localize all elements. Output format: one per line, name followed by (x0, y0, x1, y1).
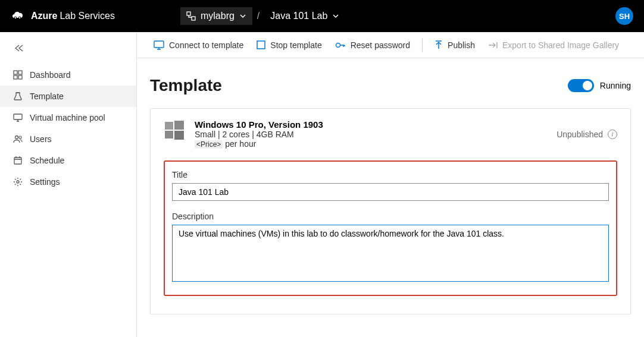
sidebar-item-dashboard[interactable]: Dashboard (0, 64, 136, 86)
toolbar-separator (422, 39, 423, 52)
svg-rect-7 (18, 71, 22, 74)
sidebar-item-label: Dashboard (30, 70, 71, 80)
running-toggle[interactable] (568, 79, 594, 92)
schedule-icon (13, 156, 23, 165)
svg-rect-4 (187, 12, 190, 15)
stop-button[interactable]: Stop template (251, 36, 327, 55)
svg-rect-10 (14, 114, 22, 119)
connect-icon (154, 40, 164, 50)
sidebar-item-label: Virtual machine pool (30, 113, 105, 122)
brand-bold: Azure (31, 11, 57, 21)
connect-label: Connect to template (169, 40, 243, 50)
template-card: Windows 10 Pro, Version 1903 Small | 2 c… (150, 108, 631, 314)
publish-button[interactable]: Publish (429, 36, 481, 55)
windows-icon (164, 119, 185, 141)
connect-button[interactable]: Connect to template (148, 36, 249, 55)
svg-point-2 (15, 17, 16, 18)
reset-password-button[interactable]: Reset password (329, 36, 416, 55)
breadcrumb-rg-label: mylabrg (201, 11, 235, 21)
top-bar: Azure Lab Services mylabrg / Java 101 La… (0, 0, 644, 32)
edit-highlight-region: Title Description (164, 160, 617, 296)
azure-lab-icon (11, 11, 25, 21)
svg-point-14 (17, 181, 19, 183)
chevron-down-icon (332, 12, 339, 20)
svg-rect-5 (192, 17, 195, 20)
publish-icon (434, 40, 443, 50)
vm-icon (13, 113, 23, 122)
publish-status: Unpublished i (557, 119, 617, 149)
chevron-down-icon (239, 12, 246, 20)
page-title: Template (150, 76, 222, 95)
svg-point-17 (336, 43, 340, 47)
toolbar: Connect to template Stop template Reset … (137, 32, 644, 58)
users-icon (13, 134, 23, 144)
resource-icon (186, 11, 196, 21)
svg-rect-13 (14, 158, 21, 164)
svg-point-12 (19, 136, 21, 138)
description-label: Description (172, 212, 609, 221)
os-name: Windows 10 Pro, Version 1903 (195, 119, 323, 130)
sidebar-item-label: Schedule (30, 156, 64, 165)
sidebar-item-users[interactable]: Users (0, 128, 136, 150)
export-label: Export to Shared Image Gallery (502, 40, 619, 50)
avatar[interactable]: SH (615, 7, 633, 25)
sidebar-item-template[interactable]: Template (0, 86, 136, 107)
svg-rect-15 (154, 41, 164, 48)
sidebar: Dashboard Template Virtual machine pool … (0, 32, 137, 337)
svg-rect-18 (165, 122, 173, 130)
svg-rect-6 (14, 71, 17, 74)
breadcrumb-lab-label: Java 101 Lab (270, 11, 327, 21)
reset-label: Reset password (351, 40, 410, 50)
toggle-label: Running (600, 81, 631, 90)
svg-rect-9 (18, 75, 22, 79)
breadcrumb: mylabrg / Java 101 Lab (180, 7, 345, 25)
svg-point-11 (15, 136, 18, 139)
brand-logo[interactable]: Azure Lab Services (11, 11, 115, 21)
status-label: Unpublished (557, 130, 603, 139)
brand-text: Lab Services (60, 11, 115, 21)
dashboard-icon (13, 70, 23, 80)
svg-point-3 (19, 17, 20, 18)
publish-label: Publish (448, 40, 475, 50)
sidebar-item-label: Template (30, 92, 64, 101)
breadcrumb-separator: / (257, 11, 260, 21)
title-label: Title (172, 170, 609, 179)
svg-rect-19 (174, 121, 184, 130)
sidebar-item-label: Users (30, 134, 52, 144)
main-content: Connect to template Stop template Reset … (137, 32, 644, 337)
stop-label: Stop template (270, 40, 321, 50)
svg-rect-21 (174, 131, 184, 140)
stop-icon (257, 40, 265, 49)
export-button: Export to Shared Image Gallery (482, 36, 625, 55)
os-price: <Price> per hour (195, 139, 323, 149)
sidebar-collapse-button[interactable] (0, 44, 136, 64)
key-icon (335, 40, 346, 50)
svg-rect-20 (165, 131, 173, 138)
svg-rect-8 (14, 75, 17, 79)
sidebar-item-settings[interactable]: Settings (0, 171, 136, 193)
sidebar-item-label: Settings (30, 177, 60, 187)
title-input[interactable] (172, 183, 609, 201)
breadcrumb-resource-group[interactable]: mylabrg (180, 7, 252, 25)
breadcrumb-lab[interactable]: Java 101 Lab (264, 7, 345, 25)
description-input[interactable] (172, 225, 609, 282)
template-icon (13, 92, 23, 101)
info-icon[interactable]: i (608, 130, 617, 139)
sidebar-item-schedule[interactable]: Schedule (0, 150, 136, 171)
export-icon (488, 41, 498, 49)
svg-rect-16 (257, 41, 265, 49)
os-specs: Small | 2 cores | 4GB RAM (195, 130, 323, 139)
settings-icon (13, 177, 23, 187)
sidebar-item-vm-pool[interactable]: Virtual machine pool (0, 107, 136, 128)
